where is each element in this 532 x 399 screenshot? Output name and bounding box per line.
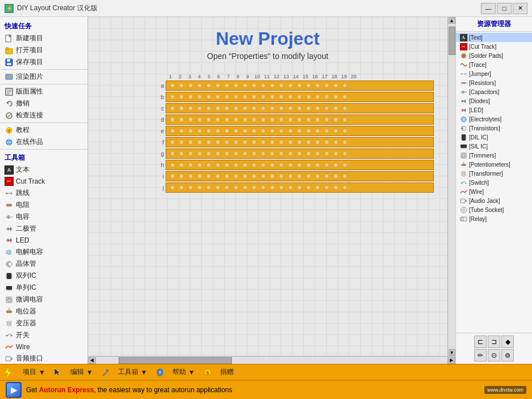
bb-hole-f-20[interactable] <box>340 138 349 146</box>
bb-hole-d-2[interactable] <box>177 116 185 124</box>
sidebar-item-new-project[interactable]: 新建项目 <box>0 32 87 44</box>
bb-hole-c-2[interactable] <box>177 104 185 112</box>
tool-capacitor[interactable]: 电容 <box>0 211 87 223</box>
bb-hole-b-1[interactable] <box>168 93 176 101</box>
bb-hole-c-9[interactable] <box>240 104 249 112</box>
bb-hole-e-18[interactable] <box>322 127 331 135</box>
bb-hole-a-7[interactable] <box>222 82 231 90</box>
bb-hole-f-17[interactable] <box>313 138 322 146</box>
bb-hole-c-19[interactable] <box>331 104 340 112</box>
horizontal-scrollbar[interactable]: ◀ ▶ <box>88 356 455 364</box>
scroll-up-arrow[interactable]: ▲ <box>449 17 455 24</box>
bb-hole-b-6[interactable] <box>213 93 222 101</box>
bb-hole-a-2[interactable] <box>177 82 185 90</box>
bb-hole-j-15[interactable] <box>295 184 303 192</box>
tool-wire[interactable]: Wire <box>0 341 87 353</box>
resource-item-tube-socket[interactable]: [Tube Socket] <box>456 205 532 214</box>
bb-hole-g-7[interactable] <box>222 150 231 158</box>
bb-hole-h-18[interactable] <box>322 161 331 169</box>
bb-hole-i-13[interactable] <box>277 172 285 180</box>
bb-hole-e-4[interactable] <box>195 127 204 135</box>
bb-hole-b-20[interactable] <box>340 93 349 101</box>
bb-hole-h-14[interactable] <box>286 161 294 169</box>
resource-item-electrolytic[interactable]: [Electrolytes] <box>456 114 532 124</box>
bb-hole-c-12[interactable] <box>268 104 276 112</box>
bb-hole-b-13[interactable] <box>277 93 285 101</box>
rpb-icon-1[interactable]: ⊏ <box>474 336 487 348</box>
bb-hole-a-13[interactable] <box>277 82 285 90</box>
bb-hole-h-5[interactable] <box>204 161 213 169</box>
bb-hole-h-11[interactable] <box>259 161 267 169</box>
bb-hole-g-16[interactable] <box>304 150 313 158</box>
bb-hole-h-15[interactable] <box>295 161 303 169</box>
bb-hole-d-8[interactable] <box>231 116 240 124</box>
horizontal-scroll-thumb[interactable] <box>119 357 232 364</box>
bb-hole-g-15[interactable] <box>295 150 303 158</box>
bb-hole-e-13[interactable] <box>277 127 285 135</box>
bb-hole-d-10[interactable] <box>250 116 258 124</box>
bb-hole-g-12[interactable] <box>268 150 276 158</box>
tool-electrolytic[interactable]: 电解电容 <box>0 246 87 258</box>
bb-hole-d-7[interactable] <box>222 116 231 124</box>
bb-hole-g-4[interactable] <box>195 150 204 158</box>
bb-hole-h-10[interactable] <box>250 161 258 169</box>
bb-hole-i-14[interactable] <box>286 172 294 180</box>
bb-hole-j-14[interactable] <box>286 184 294 192</box>
bb-hole-h-1[interactable] <box>168 161 176 169</box>
bb-hole-g-8[interactable] <box>231 150 240 158</box>
bb-hole-g-11[interactable] <box>259 150 267 158</box>
bb-hole-g-1[interactable] <box>168 150 176 158</box>
bb-hole-b-8[interactable] <box>231 93 240 101</box>
bb-hole-h-12[interactable] <box>268 161 276 169</box>
tool-trimmer[interactable]: 微调电容 <box>0 294 87 305</box>
bb-hole-h-7[interactable] <box>222 161 231 169</box>
bb-hole-h-2[interactable] <box>177 161 185 169</box>
bb-hole-j-11[interactable] <box>259 184 267 192</box>
rpb-icon-2[interactable]: ⊐ <box>488 336 500 348</box>
bb-hole-i-8[interactable] <box>231 172 240 180</box>
resource-item-text[interactable]: A[Text] <box>456 33 532 42</box>
rpb-icon-3[interactable]: ◆ <box>501 336 514 348</box>
bb-hole-j-8[interactable] <box>231 184 240 192</box>
bb-hole-h-19[interactable] <box>331 161 340 169</box>
bb-hole-g-20[interactable] <box>340 150 349 158</box>
bb-hole-b-15[interactable] <box>295 93 303 101</box>
bb-hole-j-18[interactable] <box>322 184 331 192</box>
bb-hole-f-15[interactable] <box>295 138 303 146</box>
bb-hole-i-1[interactable] <box>168 172 176 180</box>
bb-hole-i-2[interactable] <box>177 172 185 180</box>
resource-item-led[interactable]: [LED] <box>456 105 532 114</box>
bb-hole-h-6[interactable] <box>213 161 222 169</box>
bb-hole-b-18[interactable] <box>322 93 331 101</box>
resource-item-audio-jack[interactable]: [Audio Jack] <box>456 196 532 205</box>
bb-hole-f-12[interactable] <box>268 138 276 146</box>
bb-hole-i-7[interactable] <box>222 172 231 180</box>
bb-hole-b-19[interactable] <box>331 93 340 101</box>
resource-item-potentiometer[interactable]: [Potentiometers] <box>456 160 532 169</box>
bb-strip-j[interactable] <box>166 182 434 193</box>
bb-hole-f-14[interactable] <box>286 138 294 146</box>
bb-hole-i-6[interactable] <box>213 172 222 180</box>
bb-hole-j-13[interactable] <box>277 184 285 192</box>
bb-hole-a-4[interactable] <box>195 82 204 90</box>
bb-hole-f-18[interactable] <box>322 138 331 146</box>
scroll-right-arrow[interactable]: ▶ <box>447 357 455 364</box>
bb-hole-h-17[interactable] <box>313 161 322 169</box>
bb-hole-c-18[interactable] <box>322 104 331 112</box>
bb-hole-e-17[interactable] <box>313 127 322 135</box>
bb-hole-b-2[interactable] <box>177 93 185 101</box>
bb-hole-b-5[interactable] <box>204 93 213 101</box>
bb-hole-f-3[interactable] <box>186 138 195 146</box>
bb-hole-e-20[interactable] <box>340 127 349 135</box>
sidebar-item-check[interactable]: 检查连接 <box>0 109 87 121</box>
bb-hole-b-4[interactable] <box>195 93 204 101</box>
bb-hole-d-15[interactable] <box>295 116 303 124</box>
bb-hole-c-1[interactable] <box>168 104 176 112</box>
bb-hole-d-16[interactable] <box>304 116 313 124</box>
bb-strip-b[interactable] <box>166 92 434 102</box>
bb-hole-f-7[interactable] <box>222 138 231 146</box>
bb-hole-e-14[interactable] <box>286 127 294 135</box>
resource-item-sil-ic[interactable]: [SIL IC] <box>456 142 532 151</box>
minimize-button[interactable]: — <box>481 3 496 14</box>
bb-hole-e-16[interactable] <box>304 127 313 135</box>
